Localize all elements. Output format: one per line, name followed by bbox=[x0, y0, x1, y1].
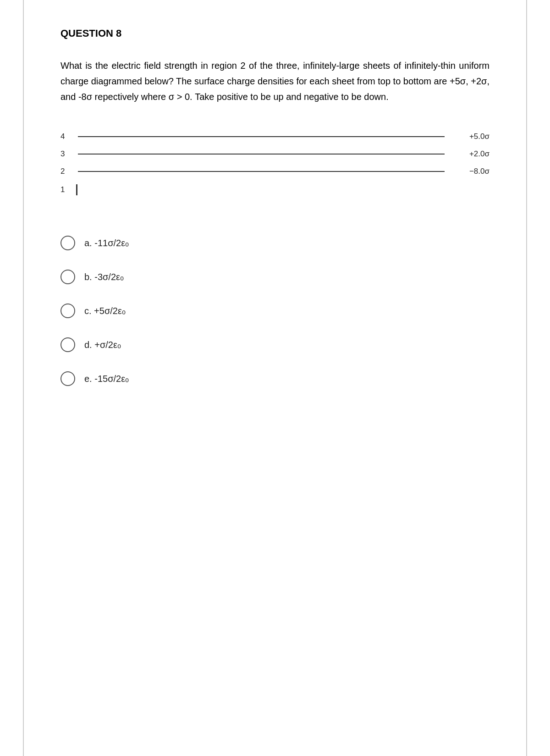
sheet-line-2 bbox=[78, 171, 445, 172]
diagram-row-4: 4 +5.0σ bbox=[60, 132, 490, 141]
radio-a[interactable] bbox=[60, 236, 75, 250]
charge-label-4: +5.0σ bbox=[448, 132, 490, 141]
option-text-c: c. +5σ/2ε₀ bbox=[84, 305, 126, 316]
option-row-d: d. +σ/2ε₀ bbox=[60, 337, 490, 352]
radio-d[interactable] bbox=[60, 337, 75, 352]
diagram-row-2: 2 −8.0σ bbox=[60, 167, 490, 176]
region-label-3: 3 bbox=[60, 149, 74, 159]
question-title: QUESTION 8 bbox=[60, 28, 490, 39]
vertical-bar-1 bbox=[76, 184, 77, 195]
option-row-c: c. +5σ/2ε₀ bbox=[60, 304, 490, 318]
sheet-line-4 bbox=[78, 136, 445, 137]
option-row-e: e. -15σ/2ε₀ bbox=[60, 371, 490, 386]
option-text-b: b. -3σ/2ε₀ bbox=[84, 271, 124, 282]
diagram-row-3: 3 +2.0σ bbox=[60, 149, 490, 159]
radio-c[interactable] bbox=[60, 304, 75, 318]
region-label-1: 1 bbox=[60, 185, 74, 194]
option-row-b: b. -3σ/2ε₀ bbox=[60, 270, 490, 284]
option-row-a: a. -11σ/2ε₀ bbox=[60, 236, 490, 250]
region-label-2: 2 bbox=[60, 167, 74, 176]
radio-b[interactable] bbox=[60, 270, 75, 284]
no-line-1 bbox=[81, 189, 445, 190]
question-text: What is the electric field strength in r… bbox=[60, 58, 490, 105]
page-container: QUESTION 8 What is the electric field st… bbox=[23, 0, 527, 756]
option-text-a: a. -11σ/2ε₀ bbox=[84, 237, 129, 248]
diagram: 4 +5.0σ 3 +2.0σ 2 −8.0σ 1 bbox=[60, 127, 490, 208]
option-text-d: d. +σ/2ε₀ bbox=[84, 339, 121, 350]
radio-e[interactable] bbox=[60, 371, 75, 386]
charge-label-2: −8.0σ bbox=[448, 167, 490, 176]
sheet-line-3 bbox=[78, 154, 445, 155]
region-label-4: 4 bbox=[60, 132, 74, 141]
charge-label-3: +2.0σ bbox=[448, 149, 490, 159]
options-section: a. -11σ/2ε₀ b. -3σ/2ε₀ c. +5σ/2ε₀ d. +σ/… bbox=[60, 236, 490, 386]
diagram-row-1: 1 bbox=[60, 184, 490, 195]
option-text-e: e. -15σ/2ε₀ bbox=[84, 373, 129, 384]
